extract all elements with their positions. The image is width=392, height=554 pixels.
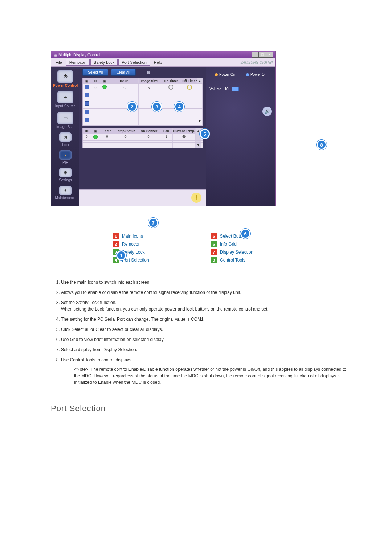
desc-7: Select a display from Display Selection. [61, 346, 348, 353]
legend-7: Display Selection [220, 250, 253, 255]
status-dot-icon [93, 135, 98, 139]
app-icon: ▦ [53, 53, 57, 57]
maximize-button[interactable]: □ [259, 52, 266, 58]
volume-value: 10 [224, 87, 228, 91]
legend-8: Control Tools [220, 258, 245, 263]
legend: 1Main Icons 2Remocon 3Safety Lock 4Port … [113, 231, 287, 265]
menu-safety-lock[interactable]: Safety Lock [90, 59, 118, 66]
sidebar-pip[interactable]: ▪ PIP [51, 150, 79, 164]
callout-5: 5 [200, 129, 210, 139]
sidebar-settings[interactable]: ⚙ Settings [51, 168, 79, 182]
sidebar-input-source[interactable]: ➜ Input Source [51, 91, 79, 108]
power-on-dot-icon [215, 73, 218, 76]
brand-label: SAMSUNG DIGITall [240, 61, 275, 65]
app-screenshot: ▦ Multiple Display Control _ □ × File Re… [51, 51, 276, 206]
close-button[interactable]: × [266, 52, 273, 58]
desc-5: Click Select all or Clear to select or c… [61, 326, 348, 333]
callout-7: 7 [148, 218, 158, 228]
desc-6: Use Grid to view brief information on se… [61, 336, 348, 343]
power-off-dot-icon [246, 73, 249, 76]
row-checkbox[interactable] [85, 85, 89, 89]
note-label: <Note> [74, 367, 88, 372]
clear-all-button[interactable]: Clear All [111, 69, 135, 76]
callout-6: 6 [240, 229, 250, 239]
power-on-button[interactable]: Power On [215, 73, 235, 77]
info-grid: ▣ ID ▣ Input Image Size On Timer Off Tim… [82, 78, 203, 126]
desc-4: The setting for the PC Serial Port can c… [61, 316, 348, 323]
legend-6: Info Grid [220, 242, 237, 247]
sidebar: ⏻ Power Control ➜ Input Source ▭ Image S… [51, 67, 79, 206]
volume-label: Volume [209, 87, 221, 91]
main-area: Select All Clear All le ▣ ID ▣ Input Ima… [79, 67, 206, 206]
power-icon: ⏻ [63, 74, 68, 79]
toolbar-extra-label: le [147, 70, 150, 74]
sidebar-power-control[interactable]: ⏻ Power Control [51, 70, 79, 87]
clock-icon: ◔ [64, 135, 67, 140]
callout-2: 2 [127, 102, 137, 112]
desc-2: Allows you to enable or disable the remo… [61, 289, 348, 296]
select-all-button[interactable]: Select All [82, 69, 108, 76]
desc-1: Use the main icons to switch into each s… [61, 279, 348, 286]
app-window: ▦ Multiple Display Control _ □ × File Re… [51, 51, 276, 206]
menubar: File Remocon Safety Lock Port Selection … [51, 58, 275, 67]
sidebar-image-size[interactable]: ▭ Image Size [51, 112, 79, 129]
callout-4: 4 [174, 102, 184, 112]
off-timer-indicator-icon [187, 85, 192, 90]
input-icon: ➜ [64, 95, 67, 100]
status-bar: ! [79, 189, 206, 206]
on-timer-indicator-icon [168, 85, 173, 90]
volume-slider[interactable] [232, 87, 239, 91]
menu-help[interactable]: Help [150, 59, 166, 66]
callout-1: 1 [116, 250, 126, 260]
desc-8: Use Control Tools to control displays. <… [61, 357, 348, 386]
table-row[interactable]: 0 0 0 0 1 49 [83, 134, 203, 141]
minimize-button[interactable]: _ [252, 52, 259, 58]
sidebar-maintenance[interactable]: ✦ Maintenance [51, 186, 79, 200]
callout-3: 3 [152, 102, 162, 112]
table-row[interactable]: 0 PC 16:9 [83, 84, 203, 92]
description-list: Use the main icons to switch into each s… [51, 279, 348, 386]
display-selection-grid: ID ▣ Lamp Temp.Status B/R Senser Fan Cur… [82, 128, 203, 148]
callout-8: 8 [317, 140, 327, 150]
control-tools-panel: Power On Power Off Volume 10 🔊 [206, 67, 275, 206]
image-size-icon: ▭ [64, 115, 68, 120]
menu-port-selection[interactable]: Port Selection [118, 59, 150, 66]
legend-4: Port Selection [122, 258, 149, 263]
pip-icon: ▪ [65, 152, 66, 157]
window-title: Multiple Display Control [58, 53, 101, 57]
titlebar: ▦ Multiple Display Control _ □ × [51, 51, 275, 58]
legend-2: Remocon [122, 242, 140, 247]
gear-icon: ⚙ [64, 170, 68, 175]
menu-file[interactable]: File [52, 59, 66, 66]
power-off-button[interactable]: Power Off [246, 73, 266, 77]
warning-icon: ! [191, 193, 201, 203]
speaker-icon[interactable]: 🔊 [262, 107, 272, 116]
sidebar-time[interactable]: ◔ Time [51, 132, 79, 147]
legend-1: Main Icons [122, 234, 143, 239]
section-title: Port Selection [51, 404, 348, 413]
menu-remocon[interactable]: Remocon [66, 59, 90, 66]
desc-3: Set the Safety Lock function. When setti… [61, 299, 348, 312]
note-body: The remote control Enable/Disable functi… [74, 367, 346, 385]
maintenance-icon: ✦ [64, 188, 67, 193]
status-dot-icon [102, 85, 107, 89]
